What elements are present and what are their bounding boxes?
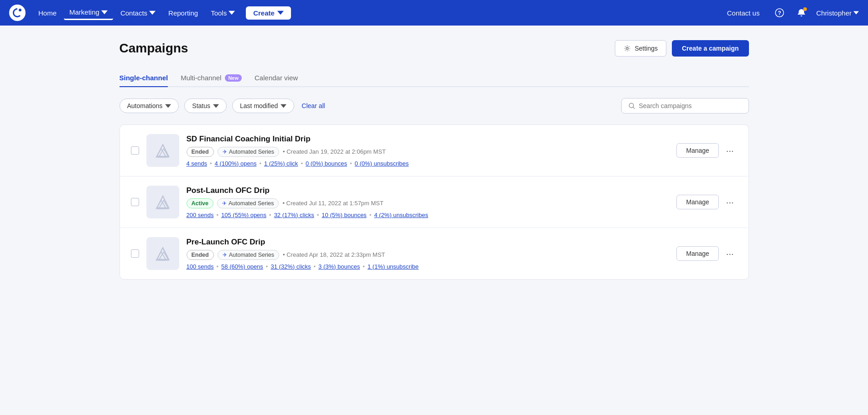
campaign-tabs: Single-channel Multi-channel New Calenda… bbox=[120, 69, 749, 87]
series-icon-3: ✈ bbox=[223, 252, 227, 258]
campaign-meta-3: Ended ✈ Automated Series • Created Apr 1… bbox=[187, 250, 670, 260]
campaign-actions-2: Manage ··· bbox=[676, 195, 737, 209]
campaign-meta-2: Active ✈ Automated Series • Created Jul … bbox=[187, 198, 670, 208]
page-title: Campaigns bbox=[120, 41, 188, 56]
more-button-3[interactable]: ··· bbox=[722, 247, 738, 261]
header-actions: Settings Create a campaign bbox=[615, 40, 748, 57]
campaign-name-3: Pre-Launch OFC Drip bbox=[187, 238, 670, 247]
nav-reporting[interactable]: Reporting bbox=[163, 6, 203, 20]
campaign-actions-3: Manage ··· bbox=[676, 246, 737, 261]
search-box bbox=[621, 98, 749, 114]
notifications-button[interactable] bbox=[794, 5, 809, 20]
stat-bounces-2[interactable]: 10 (5%) bounces bbox=[322, 212, 366, 218]
more-button-2[interactable]: ··· bbox=[722, 195, 738, 209]
top-navigation: Home Marketing Contacts Reporting Tools … bbox=[0, 0, 868, 26]
stat-opens-3[interactable]: 58 (60%) opens bbox=[221, 263, 263, 270]
campaign-stats-2: 200 sends • 105 (55%) opens • 32 (17%) c… bbox=[187, 212, 670, 218]
campaign-created-3: • Created Apr 18, 2022 at 2:33pm MST bbox=[283, 251, 385, 258]
tab-calendar-view[interactable]: Calendar view bbox=[255, 69, 298, 87]
campaign-item: SD Financial Coaching Initial Drip Ended… bbox=[120, 125, 748, 176]
tab-single-channel[interactable]: Single-channel bbox=[120, 69, 168, 87]
create-button[interactable]: Create bbox=[246, 6, 291, 20]
last-modified-filter[interactable]: Last modified bbox=[232, 99, 294, 113]
campaign-info-3: Pre-Launch OFC Drip Ended ✈ Automated Se… bbox=[187, 238, 670, 270]
manage-button-3[interactable]: Manage bbox=[676, 246, 719, 261]
tab-multi-channel[interactable]: Multi-channel New bbox=[181, 69, 242, 87]
stat-sends-3[interactable]: 100 sends bbox=[187, 263, 214, 270]
stat-opens-1[interactable]: 4 (100%) opens bbox=[215, 160, 257, 167]
stat-unsubscribes-3[interactable]: 1 (1%) unsubscribe bbox=[368, 263, 419, 270]
series-badge-3: ✈ Automated Series bbox=[218, 250, 279, 260]
help-button[interactable]: ? bbox=[772, 5, 787, 20]
campaign-item: Pre-Launch OFC Drip Ended ✈ Automated Se… bbox=[120, 228, 748, 279]
app-logo[interactable] bbox=[9, 5, 26, 21]
stat-clicks-1[interactable]: 1 (25%) click bbox=[264, 160, 298, 167]
campaign-thumbnail-1 bbox=[146, 134, 179, 167]
series-icon-1: ✈ bbox=[223, 149, 227, 155]
main-content: Campaigns Settings Create a campaign Sin… bbox=[101, 26, 767, 294]
user-menu[interactable]: Christopher bbox=[816, 9, 859, 17]
nav-contact-us[interactable]: Contact us bbox=[722, 6, 765, 20]
campaign-checkbox-1[interactable] bbox=[131, 146, 139, 155]
campaign-stats-1: 4 sends • 4 (100%) opens • 1 (25%) click… bbox=[187, 160, 670, 167]
svg-point-4 bbox=[626, 47, 629, 50]
stat-bounces-1[interactable]: 0 (0%) bounces bbox=[306, 160, 347, 167]
nav-home[interactable]: Home bbox=[33, 6, 62, 20]
stat-clicks-2[interactable]: 32 (17%) clicks bbox=[274, 212, 314, 218]
more-button-1[interactable]: ··· bbox=[722, 144, 738, 158]
campaign-info-2: Post-Launch OFC Drip Active ✈ Automated … bbox=[187, 186, 670, 218]
series-badge-2: ✈ Automated Series bbox=[217, 198, 279, 208]
campaign-stats-3: 100 sends • 58 (60%) opens • 31 (32%) cl… bbox=[187, 263, 670, 270]
stat-bounces-3[interactable]: 3 (3%) bounces bbox=[318, 263, 360, 270]
status-badge-1: Ended bbox=[187, 147, 214, 157]
campaign-created-2: • Created Jul 11, 2022 at 1:57pm MST bbox=[282, 200, 383, 207]
campaign-checkbox-3[interactable] bbox=[131, 249, 139, 258]
create-campaign-button[interactable]: Create a campaign bbox=[672, 40, 749, 57]
nav-right: Contact us ? Christopher bbox=[722, 5, 859, 20]
nav-contacts[interactable]: Contacts bbox=[115, 6, 161, 20]
nav-tools[interactable]: Tools bbox=[205, 6, 240, 20]
nav-marketing[interactable]: Marketing bbox=[64, 5, 113, 20]
series-badge-1: ✈ Automated Series bbox=[218, 147, 279, 157]
clear-all-button[interactable]: Clear all bbox=[301, 102, 325, 109]
series-icon-2: ✈ bbox=[222, 200, 227, 207]
page-header: Campaigns Settings Create a campaign bbox=[120, 40, 749, 57]
stat-clicks-3[interactable]: 31 (32%) clicks bbox=[270, 263, 311, 270]
svg-point-0 bbox=[9, 5, 26, 21]
stat-sends-2[interactable]: 200 sends bbox=[187, 212, 214, 218]
filters-row: Automations Status Last modified Clear a… bbox=[120, 98, 749, 114]
new-badge: New bbox=[225, 74, 242, 82]
campaign-thumbnail-3 bbox=[146, 237, 179, 270]
campaign-checkbox-2[interactable] bbox=[131, 198, 139, 206]
manage-button-2[interactable]: Manage bbox=[676, 195, 719, 209]
stat-sends-1[interactable]: 4 sends bbox=[187, 160, 208, 167]
svg-text:?: ? bbox=[778, 10, 781, 16]
campaign-info-1: SD Financial Coaching Initial Drip Ended… bbox=[187, 135, 670, 167]
settings-button[interactable]: Settings bbox=[615, 40, 666, 57]
campaign-thumbnail-2 bbox=[146, 186, 179, 218]
notification-dot bbox=[803, 7, 807, 11]
svg-point-1 bbox=[19, 9, 21, 11]
status-badge-3: Ended bbox=[187, 250, 214, 260]
campaign-actions-1: Manage ··· bbox=[676, 143, 737, 158]
stat-unsubscribes-2[interactable]: 4 (2%) unsubscribes bbox=[374, 212, 428, 218]
stat-opens-2[interactable]: 105 (55%) opens bbox=[221, 212, 266, 218]
status-filter[interactable]: Status bbox=[184, 99, 227, 113]
campaign-meta-1: Ended ✈ Automated Series • Created Jan 1… bbox=[187, 147, 670, 157]
search-icon bbox=[628, 102, 635, 109]
campaign-item: Post-Launch OFC Drip Active ✈ Automated … bbox=[120, 176, 748, 228]
status-badge-2: Active bbox=[187, 198, 214, 208]
search-input[interactable] bbox=[639, 102, 742, 109]
campaign-list: SD Financial Coaching Initial Drip Ended… bbox=[120, 124, 749, 280]
campaign-name-2: Post-Launch OFC Drip bbox=[187, 186, 670, 195]
campaign-name-1: SD Financial Coaching Initial Drip bbox=[187, 135, 670, 144]
automations-filter[interactable]: Automations bbox=[120, 99, 179, 113]
manage-button-1[interactable]: Manage bbox=[676, 143, 719, 158]
stat-unsubscribes-1[interactable]: 0 (0%) unsubscribes bbox=[355, 160, 409, 167]
campaign-created-1: • Created Jan 19, 2022 at 2:06pm MST bbox=[283, 148, 386, 155]
